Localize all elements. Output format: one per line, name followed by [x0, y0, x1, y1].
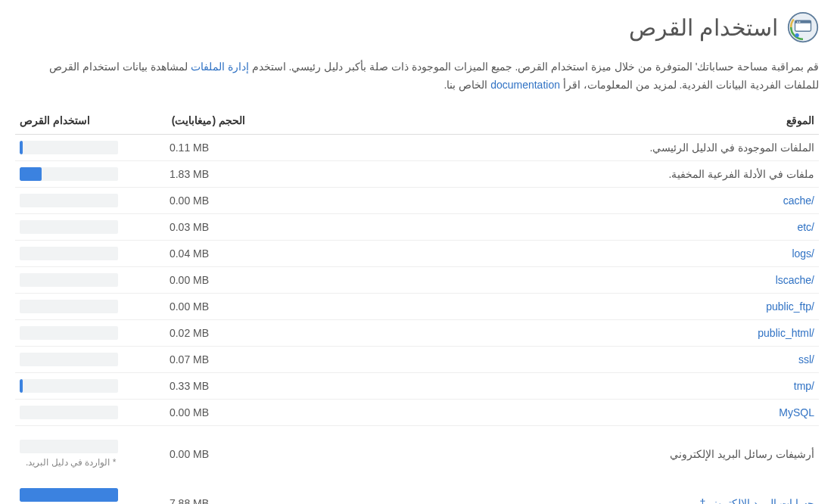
cell-size: 0.00 MB [129, 399, 250, 425]
cell-location: public_html/ [250, 319, 819, 346]
table-row: ssl/0.07 MB [15, 346, 819, 372]
usage-bar-fill [20, 141, 23, 154]
documentation-link[interactable]: documentation [490, 79, 560, 91]
file-manager-link[interactable]: إدارة الملفات [191, 61, 249, 73]
usage-bar [20, 273, 118, 287]
svg-point-4 [799, 21, 801, 23]
cell-location: cache/ [250, 187, 819, 213]
usage-bar [20, 353, 118, 366]
cell-size: 0.00 MB [129, 293, 250, 319]
cell-size: 1.83 MB [129, 160, 250, 187]
usage-bar-fill [20, 167, 42, 181]
cell-usage [15, 187, 129, 213]
location-link[interactable]: lscache/ [776, 274, 814, 286]
page-description: قم بمراقبة مساحة حساباتك' المتوفرة من خل… [15, 58, 819, 95]
table-row: أرشيفات رسائل البريد الإلكتروني0.00 MB* … [15, 425, 819, 474]
cell-size: 7.88 MB [129, 474, 250, 504]
table-row: public_html/0.02 MB [15, 319, 819, 346]
table-row: etc/0.03 MB [15, 213, 819, 240]
page-header: استخدام القرص [15, 11, 819, 43]
cell-location: ملفات في الأدلة الفرعية المخفية. [250, 160, 819, 187]
usage-bar-fill [20, 488, 118, 502]
usage-bar [20, 141, 118, 154]
usage-bar [20, 440, 118, 453]
location-link[interactable]: etc/ [797, 221, 814, 233]
cell-size: 0.33 MB [129, 372, 250, 399]
table-row: logs/0.04 MB [15, 240, 819, 266]
cell-location: lscache/ [250, 266, 819, 293]
usage-bar [20, 488, 118, 502]
table-row: tmp/0.33 MB [15, 372, 819, 399]
disk-usage-icon [787, 11, 819, 43]
usage-bar [20, 379, 118, 393]
usage-bar [20, 194, 118, 207]
cell-usage [15, 160, 129, 187]
col-header-usage: استخدام القرص [15, 108, 129, 135]
cell-size: 0.02 MB [129, 319, 250, 346]
table-row: ملفات في الأدلة الفرعية المخفية.1.83 MB [15, 160, 819, 187]
cell-size: 0.00 MB [129, 425, 250, 474]
cell-usage [15, 266, 129, 293]
cell-usage: * الواردة في دليل البريد. [15, 425, 129, 474]
cell-usage [15, 293, 129, 319]
usage-bar [20, 406, 118, 419]
location-link[interactable]: logs/ [792, 247, 814, 260]
usage-note: * الواردة في دليل البريد. [26, 456, 124, 469]
usage-bar [20, 220, 118, 234]
usage-bar [20, 326, 118, 340]
desc-text-1: قم بمراقبة مساحة حساباتك' المتوفرة من خل… [249, 61, 819, 73]
cell-usage: * الواردة في دليل البريد. [15, 474, 129, 504]
location-link[interactable]: public_ftp/ [766, 300, 814, 313]
col-header-location: الموقع [250, 108, 819, 135]
cell-location: public_ftp/ [250, 293, 819, 319]
svg-point-5 [795, 33, 799, 37]
usage-bar [20, 247, 118, 260]
cell-size: 0.03 MB [129, 213, 250, 240]
cell-size: 0.11 MB [129, 134, 250, 160]
table-row: lscache/0.00 MB [15, 266, 819, 293]
svg-point-3 [797, 21, 798, 23]
cell-usage [15, 134, 129, 160]
cell-location: MySQL [250, 399, 819, 425]
cell-usage [15, 213, 129, 240]
table-header-row: الموقع الحجم (ميغابايت) استخدام القرص [15, 108, 819, 135]
cell-size: 0.00 MB [129, 266, 250, 293]
table-row: MySQL0.00 MB [15, 399, 819, 425]
table-row: حسابات البريد الإلكتروني†7.88 MB* الوارد… [15, 474, 819, 504]
location-link[interactable]: public_html/ [758, 327, 814, 339]
cell-usage [15, 240, 129, 266]
location-link[interactable]: MySQL [779, 406, 814, 418]
cell-location: أرشيفات رسائل البريد الإلكتروني [250, 425, 819, 474]
location-link[interactable]: ssl/ [798, 353, 814, 366]
cell-size: 0.04 MB [129, 240, 250, 266]
cell-location: الملفات الموجودة في الدليل الرئيسي. [250, 134, 819, 160]
usage-bar [20, 167, 118, 181]
cell-usage [15, 319, 129, 346]
table-row: الملفات الموجودة في الدليل الرئيسي.0.11 … [15, 134, 819, 160]
location-link[interactable]: tmp/ [794, 380, 814, 392]
cell-size: 0.07 MB [129, 346, 250, 372]
table-row: cache/0.00 MB [15, 187, 819, 213]
cell-usage [15, 399, 129, 425]
cell-usage [15, 346, 129, 372]
cell-location: tmp/ [250, 372, 819, 399]
cell-location: حسابات البريد الإلكتروني† [250, 474, 819, 504]
cell-location: logs/ [250, 240, 819, 266]
desc-text-3: الخاص بنا. [443, 79, 490, 91]
cell-size: 0.00 MB [129, 187, 250, 213]
usage-bar [20, 300, 118, 313]
location-link[interactable]: cache/ [783, 194, 814, 207]
cell-location: etc/ [250, 213, 819, 240]
disk-usage-table: الموقع الحجم (ميغابايت) استخدام القرص ال… [15, 108, 819, 504]
cell-location: ssl/ [250, 346, 819, 372]
page-title: استخدام القرص [629, 14, 778, 41]
cell-usage [15, 372, 129, 399]
table-row: public_ftp/0.00 MB [15, 293, 819, 319]
col-header-size: الحجم (ميغابايت) [129, 108, 250, 135]
usage-bar-fill [20, 379, 23, 393]
location-link[interactable]: حسابات البريد الإلكتروني [705, 497, 814, 504]
